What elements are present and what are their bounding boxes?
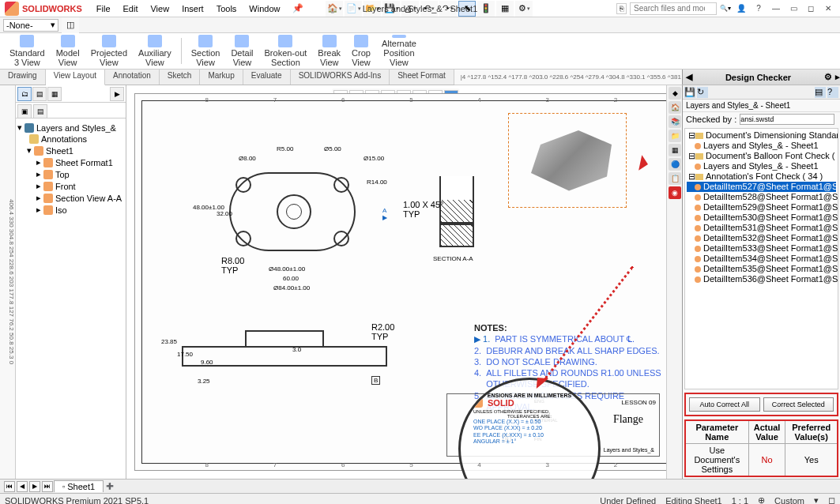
sheet-next-icon[interactable]: ▶ xyxy=(29,481,40,492)
sheet-last-icon[interactable]: ⏭ xyxy=(42,481,53,492)
cmd-break-view[interactable]: BreakView xyxy=(315,35,344,67)
graphics-area[interactable]: ⊡ 🔍 ↩ ▧ ◐ 👁 🎨 ▦ 8765432 xyxy=(126,85,682,479)
tree-view-top[interactable]: ▸Top xyxy=(17,168,124,180)
tab-sheet-format[interactable]: Sheet Format xyxy=(390,70,454,85)
cmd-alternate-position[interactable]: AlternatePositionView xyxy=(379,35,420,67)
menu-view[interactable]: View xyxy=(144,2,175,15)
dc-item[interactable]: DetailItem529@Sheet Format1@Sheet1 xyxy=(687,202,836,213)
dc-item-selected[interactable]: DetailItem527@Sheet Format1@Sheet1 xyxy=(687,182,836,192)
cmd-section-view[interactable]: SectionView xyxy=(188,35,224,67)
tp-home-icon[interactable]: 🏠 xyxy=(669,101,681,114)
tree-view-iso[interactable]: ▸Iso xyxy=(17,204,124,216)
tree-format[interactable]: ▸Sheet Format1 xyxy=(17,156,124,168)
fm-tab-tree-icon[interactable]: 🗂 xyxy=(17,87,32,101)
tp-file-explorer-icon[interactable]: 📁 xyxy=(669,130,681,142)
fm-filter2-icon[interactable]: ▤ xyxy=(33,104,47,118)
fm-tree[interactable]: ▾Layers and Styles_& Annotations ▾Sheet1… xyxy=(16,118,126,479)
sheet-first-icon[interactable]: ⏮ xyxy=(4,481,15,492)
dc-report-icon[interactable]: ▤ xyxy=(815,87,826,98)
layer-props-icon[interactable]: ◫ xyxy=(62,17,79,33)
tab-annotation[interactable]: Annotation xyxy=(105,70,160,85)
dc-item[interactable]: DetailItem531@Sheet Format1@Sheet1 xyxy=(687,223,836,233)
fm-tab-config-icon[interactable]: ▦ xyxy=(47,87,62,101)
tab-drawing[interactable]: Drawing xyxy=(0,70,46,85)
dc-item[interactable]: DetailItem534@Sheet Format1@Sheet1 xyxy=(687,254,836,264)
dc-help-icon[interactable]: ? xyxy=(827,87,838,98)
dc-item[interactable]: DetailItem528@Sheet Format1@Sheet1 xyxy=(687,192,836,202)
search-dropdown-icon[interactable]: 🔍▾ xyxy=(720,5,731,12)
iso-view[interactable] xyxy=(508,113,627,208)
dc-group-dim[interactable]: ⊟Document's Dimensioning Standard Check … xyxy=(687,130,836,141)
dc-auto-correct-button[interactable]: Auto Correct All xyxy=(689,397,760,412)
menu-file[interactable]: File xyxy=(90,2,117,15)
dc-results-tree[interactable]: ⊟Document's Dimensioning Standard Check … xyxy=(684,128,838,389)
new-icon[interactable]: 📄 xyxy=(345,1,362,17)
search-input[interactable] xyxy=(630,2,717,15)
cmd-brokenout-section[interactable]: Broken-outSection xyxy=(262,35,311,67)
cmd-projected-view[interactable]: ProjectedView xyxy=(88,35,130,67)
dc-item[interactable]: Layers and Styles_& - Sheet1 xyxy=(687,141,836,151)
status-scale[interactable]: 1 : 1 xyxy=(732,496,748,505)
menu-insert[interactable]: Insert xyxy=(175,2,210,15)
menu-window[interactable]: Window xyxy=(243,2,286,15)
menu-pin-icon[interactable]: 📌 xyxy=(286,2,310,15)
tab-view-layout[interactable]: View Layout xyxy=(46,70,105,85)
search-cmd-icon[interactable]: ⎘ xyxy=(616,3,627,14)
tp-custom-props-icon[interactable]: 📋 xyxy=(669,172,681,185)
tab-evaluate[interactable]: Evaluate xyxy=(243,70,291,85)
menu-tools[interactable]: Tools xyxy=(210,2,243,15)
tree-view-section[interactable]: ▸Section View A-A xyxy=(17,192,124,204)
dc-settings-icon[interactable]: ⚙ xyxy=(824,72,832,82)
dc-close-icon[interactable]: ▸ xyxy=(835,72,840,82)
tab-addins[interactable]: SOLIDWORKS Add-Ins xyxy=(291,70,390,85)
dc-item[interactable]: DetailItem532@Sheet Format1@Sheet1 xyxy=(687,233,836,243)
tree-sheet[interactable]: ▾Sheet1 xyxy=(17,145,124,156)
fm-tab-prop-icon[interactable]: ▤ xyxy=(32,87,47,101)
sheet-tab-1[interactable]: ▫ Sheet1 xyxy=(54,480,104,492)
cmd-standard-3view[interactable]: Standard3 View xyxy=(6,35,48,67)
dc-group-font[interactable]: ⊟Annotation's Font Check ( 34 ) xyxy=(687,171,836,182)
help-icon[interactable]: ? xyxy=(751,2,766,15)
cmd-detail-view[interactable]: DetailView xyxy=(228,35,256,67)
dc-standard-select[interactable] xyxy=(740,114,834,125)
status-mode-icon[interactable]: ◻ xyxy=(828,495,835,504)
tab-markup[interactable]: Markup xyxy=(200,70,243,85)
status-custom[interactable]: Custom xyxy=(774,496,804,505)
tree-root[interactable]: ▾Layers and Styles_& xyxy=(17,122,124,134)
dc-item[interactable]: Layers and Styles_& - Sheet1 xyxy=(687,161,836,171)
close-icon[interactable]: ✕ xyxy=(821,2,835,15)
dc-item[interactable]: DetailItem536@Sheet Format1@Sheet1 xyxy=(687,274,836,284)
tp-resources-icon[interactable]: ◆ xyxy=(669,87,681,100)
tree-view-front[interactable]: ▸Front xyxy=(17,180,124,192)
dc-save-icon[interactable]: 💾 xyxy=(684,87,695,98)
tp-design-lib-icon[interactable]: 📚 xyxy=(669,115,681,128)
front-view[interactable]: Ø8.00 R5.00 Ø5.00 Ø15.00 R14.00 48.00±1.… xyxy=(198,149,379,275)
tp-view-palette-icon[interactable]: ▦ xyxy=(669,144,681,156)
layer-select[interactable]: -None-▾ xyxy=(3,19,58,32)
rebuild-icon[interactable]: 🚦 xyxy=(477,1,495,17)
sheet-add-icon[interactable]: ➕ xyxy=(104,481,115,492)
tp-appearances-icon[interactable]: 🔵 xyxy=(669,158,681,171)
minimize-icon[interactable]: — xyxy=(769,2,783,15)
drawing-sheet[interactable]: 8765432 Ø8.00 R5.00 Ø5.00 Ø15.00 R14.00 … xyxy=(134,93,674,471)
home-icon[interactable]: 🏠 xyxy=(326,1,343,17)
tp-forum-icon[interactable]: ◉ xyxy=(669,186,681,199)
settings-icon[interactable]: ⚙ xyxy=(515,1,533,17)
options-icon[interactable]: ▦ xyxy=(496,1,514,17)
dc-group-balloon[interactable]: ⊟Document's Balloon Font Check ( 1 ) xyxy=(687,151,836,161)
fm-filter1-icon[interactable]: ▣ xyxy=(17,104,32,118)
cmd-crop-view[interactable]: CropView xyxy=(348,35,374,67)
maximize-icon[interactable]: ◻ xyxy=(804,2,818,15)
dc-refresh-icon[interactable]: ↻ xyxy=(697,87,708,98)
tree-annotations[interactable]: Annotations xyxy=(17,134,124,145)
top-view[interactable]: 23.85 17.50 9.60 3.25 R2.00TYP 3.0 B xyxy=(166,322,411,393)
dc-item[interactable]: DetailItem533@Sheet Format1@Sheet1 xyxy=(687,243,836,254)
cmd-auxiliary-view[interactable]: AuxiliaryView xyxy=(135,35,175,67)
dc-correct-selected-button[interactable]: Correct Selected xyxy=(763,397,834,412)
fm-expand-icon[interactable]: ▶ xyxy=(110,87,124,101)
tab-sketch[interactable]: Sketch xyxy=(160,70,201,85)
status-units-icon[interactable]: ⊕ xyxy=(758,495,765,504)
dc-item[interactable]: DetailItem535@Sheet Format1@Sheet1 xyxy=(687,264,836,274)
menu-edit[interactable]: Edit xyxy=(117,2,145,15)
sheet-prev-icon[interactable]: ◀ xyxy=(17,481,28,492)
